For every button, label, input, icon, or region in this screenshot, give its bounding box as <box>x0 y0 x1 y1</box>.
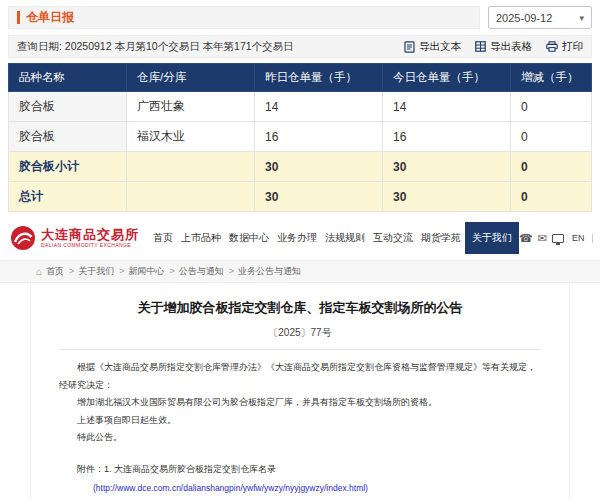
date-dropdown-value: 2025-09-12 <box>496 12 552 24</box>
total-today: 30 <box>383 182 511 212</box>
report-title: 仓单日报 <box>26 9 74 26</box>
dce-logo[interactable]: 大连商品交易所 DALIAN COMMODITY EXCHANGE <box>10 225 139 251</box>
cell-warehouse: 福汉木业 <box>127 122 255 152</box>
header-change: 增减（手） <box>511 64 592 92</box>
export-text-label: 导出文本 <box>419 40 461 54</box>
nav-item-listed-products[interactable]: 上市品种 <box>177 222 225 254</box>
header-today: 今日仓单量（手） <box>383 64 511 92</box>
total-change: 0 <box>511 182 592 212</box>
nav-item-home[interactable]: 首页 <box>149 222 177 254</box>
header-yesterday: 昨日仓单量（手） <box>255 64 383 92</box>
report-titlebar: 仓单日报 2025-09-12 ▾ <box>8 6 592 29</box>
table-row: 胶合板 福汉木业 16 16 0 <box>9 122 592 152</box>
phone-icon[interactable]: ☎ <box>519 232 533 245</box>
query-bar: 查询日期: 20250912 本月第10个交易日 本年第171个交易日 导出文本… <box>8 35 592 58</box>
article-paragraph: 增加湖北福汉木业国际贸易有限公司为胶合板指定厂库，并具有指定车板交割场所的资格。 <box>59 394 541 412</box>
export-table-label: 导出表格 <box>490 40 532 54</box>
main-nav: 首页 上市品种 数据中心 业务办理 法规规则 互动交流 期货学苑 关于我们 <box>149 222 519 254</box>
breadcrumb-home[interactable]: 首页 <box>46 265 74 278</box>
print-icon <box>546 41 558 52</box>
total-yesterday: 30 <box>255 182 383 212</box>
article-title: 关于增加胶合板指定交割仓库、指定车板交割场所的公告 <box>59 299 541 317</box>
table-row: 胶合板 广西壮象 14 14 0 <box>9 92 592 122</box>
article-body: 根据《大连商品交易所指定交割仓库管理办法》《大连商品交易所指定交割仓库资格与监督… <box>59 359 541 447</box>
report-actions: 导出文本 导出表格 打印 <box>404 40 583 54</box>
print-button[interactable]: 打印 <box>546 40 583 54</box>
total-empty <box>127 182 255 212</box>
mail-icon[interactable]: ✉ <box>538 232 547 245</box>
breadcrumb-about[interactable]: 关于我们 <box>78 265 124 278</box>
subtotal-label: 胶合板小计 <box>9 152 127 182</box>
cell-today: 14 <box>383 92 511 122</box>
subtotal-today: 30 <box>383 152 511 182</box>
home-icon: ⌂ <box>36 266 42 277</box>
subtotal-change: 0 <box>511 152 592 182</box>
cell-yesterday: 14 <box>255 92 383 122</box>
nav-item-academy[interactable]: 期货学苑 <box>417 222 465 254</box>
export-text-icon <box>404 41 415 53</box>
total-label: 总计 <box>9 182 127 212</box>
cell-change: 0 <box>511 92 592 122</box>
subtotal-empty <box>127 152 255 182</box>
header-variety: 品种名称 <box>9 64 127 92</box>
query-info: 查询日期: 20250912 本月第10个交易日 本年第171个交易日 <box>17 40 294 54</box>
attachment-1-title: 1. 大连商品交易所胶合板指定交割仓库名录 <box>104 464 276 474</box>
subtotal-row: 胶合板小计 30 30 0 <box>9 152 592 182</box>
nav-item-data-center[interactable]: 数据中心 <box>225 222 273 254</box>
breadcrumb: ⌂ 首页 关于我们 新闻中心 公告与通知 业务公告与通知 <box>0 260 600 283</box>
breadcrumb-notices[interactable]: 公告与通知 <box>179 265 234 278</box>
dce-logo-icon <box>10 225 36 251</box>
warehouse-receipt-report: 仓单日报 2025-09-12 ▾ 查询日期: 20250912 本月第10个交… <box>0 0 600 212</box>
site-header: 大连商品交易所 DALIAN COMMODITY EXCHANGE 首页 上市品… <box>0 212 600 260</box>
article-paragraph: 特此公告。 <box>59 429 541 447</box>
announcement-article: 关于增加胶合板指定交割仓库、指定车板交割场所的公告 〔2025〕77号 根据《大… <box>30 283 570 500</box>
monitor-icon[interactable] <box>552 234 564 243</box>
export-table-icon <box>475 41 486 52</box>
export-text-button[interactable]: 导出文本 <box>404 40 461 54</box>
cell-variety: 胶合板 <box>9 122 127 152</box>
nav-item-business[interactable]: 业务办理 <box>273 222 321 254</box>
attachments: 附件：1. 大连商品交易所胶合板指定交割仓库名录 (http://www.dce… <box>59 463 541 500</box>
article-doc-number: 〔2025〕77号 <box>59 326 541 350</box>
article-paragraph: 上述事项自即日起生效。 <box>59 412 541 430</box>
logo-name-en: DALIAN COMMODITY EXCHANGE <box>41 243 139 249</box>
total-row: 总计 30 30 0 <box>9 182 592 212</box>
dce-logo-text: 大连商品交易所 DALIAN COMMODITY EXCHANGE <box>41 228 139 249</box>
lang-en-toggle[interactable]: EN <box>569 233 588 243</box>
export-table-button[interactable]: 导出表格 <box>475 40 532 54</box>
cell-variety: 胶合板 <box>9 92 127 122</box>
cell-change: 0 <box>511 122 592 152</box>
attachments-label: 附件： <box>77 464 104 474</box>
date-dropdown[interactable]: 2025-09-12 ▾ <box>488 6 592 29</box>
header-tools: ☎ ✉ EN 繁 ≡ <box>519 230 600 247</box>
article-paragraph: 根据《大连商品交易所指定交割仓库管理办法》《大连商品交易所指定交割仓库资格与监督… <box>59 359 541 394</box>
nav-item-about-us[interactable]: 关于我们 <box>465 222 519 254</box>
cell-yesterday: 16 <box>255 122 383 152</box>
attachment-1: 附件：1. 大连商品交易所胶合板指定交割仓库名录 <box>59 463 541 476</box>
nav-item-interaction[interactable]: 互动交流 <box>369 222 417 254</box>
title-accent-bar <box>17 11 20 24</box>
cell-today: 16 <box>383 122 511 152</box>
logo-name-cn: 大连商品交易所 <box>41 228 139 243</box>
chevron-down-icon: ▾ <box>579 13 584 23</box>
report-title-band: 仓单日报 <box>8 6 480 29</box>
nav-item-rules[interactable]: 法规规则 <box>321 222 369 254</box>
breadcrumb-business-notices[interactable]: 业务公告与通知 <box>238 265 301 278</box>
divider <box>592 234 593 243</box>
cell-warehouse: 广西壮象 <box>127 92 255 122</box>
breadcrumb-news-center[interactable]: 新闻中心 <box>129 265 175 278</box>
subtotal-yesterday: 30 <box>255 152 383 182</box>
header-warehouse: 仓库/分库 <box>127 64 255 92</box>
warehouse-receipt-table: 品种名称 仓库/分库 昨日仓单量（手） 今日仓单量（手） 增减（手） 胶合板 广… <box>8 63 592 212</box>
attachment-1-link[interactable]: (http://www.dce.com.cn/dalianshangpin/yw… <box>93 483 541 493</box>
print-label: 打印 <box>562 40 583 54</box>
table-header-row: 品种名称 仓库/分库 昨日仓单量（手） 今日仓单量（手） 增减（手） <box>9 64 592 92</box>
